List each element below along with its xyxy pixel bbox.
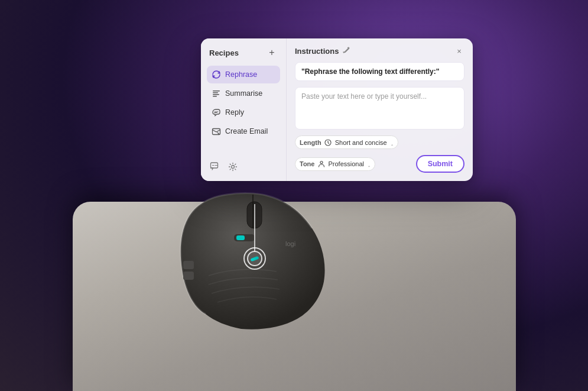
- connector-line: [254, 204, 255, 251]
- instructions-title-row: Instructions: [295, 46, 350, 56]
- svg-point-13: [232, 166, 235, 169]
- tone-label: Tone: [300, 160, 314, 167]
- bottom-row: Tone Professional ‸ Submit: [295, 155, 464, 173]
- length-chevron[interactable]: ‸: [391, 140, 393, 146]
- svg-rect-8: [213, 94, 219, 95]
- svg-rect-4: [236, 235, 245, 240]
- person-icon: [317, 160, 325, 168]
- connector-circle-inner: [247, 251, 262, 266]
- summarise-label: Summarise: [225, 89, 262, 98]
- settings-icon[interactable]: [227, 161, 239, 173]
- text-area[interactable]: Paste your text here or type it yourself…: [295, 87, 464, 130]
- length-pill[interactable]: Length Short and concise ‸: [295, 135, 398, 149]
- svg-point-15: [320, 161, 323, 164]
- svg-rect-1: [183, 261, 194, 269]
- tone-value: Professional: [328, 160, 364, 167]
- summarise-icon: [212, 89, 221, 98]
- recipe-item-summarise[interactable]: Summarise: [207, 85, 280, 102]
- instructions-panel: Instructions × "Rephrase the following t…: [287, 38, 473, 181]
- create-email-label: Create Email: [225, 127, 268, 135]
- recipe-item-create-email[interactable]: Create Email: [207, 122, 280, 140]
- close-button[interactable]: ×: [454, 46, 464, 56]
- tone-chevron[interactable]: ‸: [368, 161, 370, 167]
- reply-label: Reply: [225, 108, 244, 117]
- edit-icon[interactable]: [342, 46, 350, 56]
- submit-button[interactable]: Submit: [416, 155, 464, 173]
- add-recipe-button[interactable]: +: [266, 47, 278, 59]
- reply-icon: [212, 108, 221, 117]
- recipe-item-rephrase[interactable]: Rephrase: [207, 66, 280, 83]
- rephrase-label: Rephrase: [225, 70, 257, 79]
- chat-icon[interactable]: [209, 161, 221, 173]
- recipes-footer: [207, 157, 280, 173]
- instructions-header: Instructions ×: [295, 46, 464, 56]
- clock-icon: [324, 138, 332, 146]
- recipes-panel: Recipes + Rephrase: [201, 38, 287, 181]
- instructions-title: Instructions: [295, 47, 339, 56]
- instruction-prompt: "Rephrase the following text differently…: [295, 62, 464, 81]
- svg-point-11: [219, 134, 220, 135]
- recipes-title: Recipes: [209, 49, 239, 57]
- recipes-header: Recipes +: [207, 47, 280, 59]
- tone-pill[interactable]: Tone Professional ‸: [295, 157, 375, 171]
- rephrase-icon: [212, 70, 221, 79]
- length-setting-row: Length Short and concise ‸: [295, 135, 464, 149]
- svg-rect-9: [213, 96, 217, 97]
- svg-rect-7: [213, 92, 218, 93]
- popup-ui: Recipes + Rephrase: [201, 38, 473, 181]
- length-value: Short and concise: [335, 139, 387, 146]
- mouse-container: logi: [170, 184, 418, 356]
- email-icon: [212, 127, 221, 136]
- svg-rect-6: [213, 91, 220, 92]
- button-indicator: [251, 256, 259, 261]
- length-label: Length: [300, 139, 321, 146]
- svg-text:logi: logi: [285, 240, 295, 247]
- recipe-item-reply[interactable]: Reply: [207, 104, 280, 121]
- svg-rect-2: [183, 272, 194, 280]
